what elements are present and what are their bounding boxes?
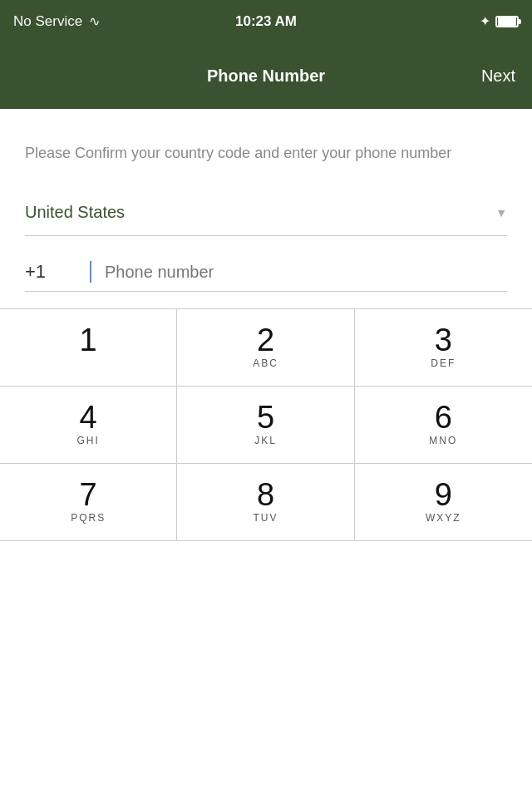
key-letters-2: ABC (253, 357, 278, 371)
description-text: Please Confirm your country code and ent… (25, 109, 507, 190)
page-title: Phone Number (66, 66, 466, 86)
key-letters-5: JKL (254, 435, 277, 448)
status-right: ✦ (480, 13, 519, 29)
key-2[interactable]: 2ABC (177, 309, 354, 387)
country-selector[interactable]: United States ▼ (25, 190, 507, 236)
battery-icon (495, 16, 519, 27)
key-number-2: 2 (257, 324, 274, 356)
phone-number-input[interactable] (91, 263, 507, 282)
country-code: +1 (25, 261, 91, 283)
key-5[interactable]: 5JKL (177, 387, 354, 464)
key-letters-4: GHI (76, 435, 99, 448)
key-9[interactable]: 9WXYZ (355, 464, 532, 541)
wifi-icon: ∿ (89, 13, 100, 29)
key-4[interactable]: 4GHI (0, 387, 177, 464)
status-time: 10:23 AM (235, 13, 297, 30)
key-letters-9: WXYZ (426, 512, 461, 525)
key-letters-3: DEF (431, 357, 456, 371)
key-number-8: 8 (257, 479, 274, 510)
key-7[interactable]: 7PQRS (0, 464, 177, 541)
key-number-3: 3 (435, 324, 452, 356)
key-number-9: 9 (435, 479, 452, 510)
key-6[interactable]: 6MNO (355, 387, 532, 464)
status-bar: No Service ∿ 10:23 AM ✦ (0, 0, 532, 42)
key-number-5: 5 (257, 401, 274, 433)
chevron-down-icon: ▼ (495, 206, 507, 219)
key-8[interactable]: 8TUV (177, 464, 354, 541)
phone-input-row: +1 (25, 253, 507, 292)
key-number-1: 1 (80, 324, 97, 356)
key-number-7: 7 (80, 479, 97, 510)
key-number-4: 4 (80, 401, 97, 433)
key-3[interactable]: 3DEF (355, 309, 532, 387)
key-1[interactable]: 1 (0, 309, 177, 387)
status-left: No Service ∿ (13, 13, 100, 30)
key-letters-7: PQRS (71, 512, 106, 525)
nav-bar: Phone Number Next (0, 42, 532, 109)
carrier-label: No Service (13, 13, 82, 30)
country-name: United States (25, 203, 125, 222)
bluetooth-icon: ✦ (480, 13, 490, 29)
key-letters-6: MNO (429, 435, 457, 448)
next-button[interactable]: Next (466, 66, 515, 86)
key-number-6: 6 (435, 401, 452, 433)
keypad: 12ABC3DEF4GHI5JKL6MNO7PQRS8TUV9WXYZ (0, 308, 532, 541)
content-area: Please Confirm your country code and ent… (0, 109, 532, 292)
key-letters-8: TUV (253, 512, 278, 525)
